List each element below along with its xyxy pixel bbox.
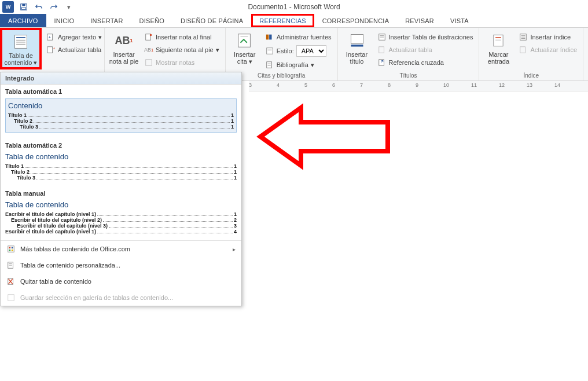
- qat-customize-icon[interactable]: ▾: [64, 2, 74, 12]
- ribbon-tabs: ARCHIVO INICIO INSERTAR DISEÑO DISEÑO DE…: [0, 14, 588, 28]
- toc-preview-line: Título 11: [8, 112, 234, 118]
- window-title: Documento1 - Microsoft Word: [248, 3, 340, 11]
- tab-page-layout[interactable]: DISEÑO DE PÁGINA: [172, 14, 251, 27]
- citations-group-label: Citas y bibliografía: [229, 71, 334, 80]
- svg-rect-42: [12, 250, 13, 251]
- toc-preview-line: Escribir el título del capítulo (nivel 1…: [5, 229, 237, 235]
- svg-rect-28: [378, 47, 384, 53]
- add-text-icon: +: [46, 32, 56, 42]
- tab-file[interactable]: ARCHIVO: [0, 14, 46, 27]
- insert-index-button[interactable]: Insertar índice: [516, 31, 579, 43]
- insert-citation-button[interactable]: Insertar cita ▾: [229, 29, 260, 65]
- update-tof-icon: [377, 45, 387, 54]
- tab-home[interactable]: INICIO: [46, 14, 83, 27]
- endnote-icon: [144, 32, 153, 42]
- gallery-item-manual[interactable]: Tabla de contenido Escribir el título de…: [5, 200, 237, 235]
- insert-caption-label: Insertar título: [346, 51, 368, 65]
- toc-preview-line: Título 11: [5, 163, 237, 169]
- gallery-auto1-name: Tabla automática 1: [1, 85, 241, 96]
- svg-rect-3: [15, 35, 27, 49]
- bibliography-icon: [265, 60, 274, 69]
- svg-text:+: +: [49, 35, 51, 39]
- tab-review[interactable]: REVISAR: [397, 14, 442, 27]
- gallery-item-auto2[interactable]: Tabla de contenido Título 11Título 21Tít…: [5, 152, 237, 181]
- update-tof-button[interactable]: Actualizar tabla: [375, 44, 476, 56]
- tab-view[interactable]: VISTA: [442, 14, 477, 27]
- save-gallery-icon: [6, 293, 16, 302]
- manage-sources-button[interactable]: Administrar fuentes: [263, 31, 334, 43]
- more-toc-label: Más tablas de contenido de Office.com: [20, 246, 130, 252]
- insert-index-icon: [519, 32, 528, 42]
- show-notes-label: Mostrar notas: [156, 59, 194, 66]
- custom-toc-button[interactable]: Tabla de contenido personalizada...: [1, 257, 241, 273]
- crossref-icon: [377, 58, 387, 67]
- svg-rect-39: [9, 247, 11, 249]
- insert-tof-button[interactable]: Insertar Tabla de ilustraciones: [375, 31, 476, 43]
- mark-entry-label: Marcar entrada: [488, 51, 509, 65]
- custom-toc-icon: [6, 261, 16, 270]
- bibliography-label: Bibliografía: [277, 61, 308, 68]
- gallery-header: Integrado: [1, 72, 241, 85]
- custom-toc-label: Tabla de contenido personalizada...: [20, 262, 120, 269]
- office-icon: [6, 244, 16, 254]
- save-toc-gallery-label: Guardar selección en galería de tablas d…: [20, 294, 173, 301]
- toc-preview-line: Escribir el título del capítulo (nivel 2…: [5, 217, 237, 223]
- save-icon[interactable]: [19, 2, 29, 12]
- update-tof-label: Actualizar tabla: [389, 46, 432, 53]
- svg-rect-23: [351, 35, 363, 44]
- toc-button[interactable]: Tabla de contenido ▾: [0, 28, 42, 69]
- mark-entry-button[interactable]: Marcar entrada: [483, 29, 514, 65]
- mark-entry-icon: [489, 31, 508, 50]
- ruler-tick: 12: [499, 82, 505, 88]
- svg-rect-10: [47, 47, 53, 53]
- group-citations: Insertar cita ▾ Administrar fuentes Esti…: [226, 28, 338, 80]
- toc-button-label: Tabla de contenido ▾: [5, 52, 38, 66]
- annotation-arrow: [255, 102, 394, 173]
- show-notes-icon: [144, 58, 153, 67]
- submenu-arrow-icon: ▸: [233, 246, 236, 252]
- bibliography-button[interactable]: Bibliografía ▾: [263, 59, 334, 71]
- gallery-manual-name: Tabla manual: [1, 186, 241, 198]
- insert-footnote-button[interactable]: AB1 Insertar nota al pie: [108, 29, 139, 65]
- cross-reference-button[interactable]: Referencia cruzada: [375, 57, 476, 68]
- svg-rect-41: [9, 250, 11, 251]
- svg-point-12: [150, 34, 152, 36]
- insert-endnote-button[interactable]: Insertar nota al final: [142, 31, 222, 43]
- more-toc-office-button[interactable]: Más tablas de contenido de Office.com ▸: [1, 241, 241, 257]
- ruler-tick: 5: [304, 82, 307, 88]
- svg-rect-2: [22, 8, 26, 10]
- show-notes-button[interactable]: Mostrar notas: [142, 57, 222, 68]
- add-text-button[interactable]: + Agregar texto ▾: [44, 31, 104, 43]
- ruler-tick: 8: [388, 82, 391, 88]
- tab-design[interactable]: DISEÑO: [131, 14, 172, 27]
- gallery-item-auto1[interactable]: Contenido Título 11Título 21Título 31: [5, 98, 237, 133]
- citation-style-select[interactable]: APA: [296, 45, 326, 57]
- remove-toc-button[interactable]: Quitar tabla de contenido: [1, 273, 241, 290]
- remove-toc-icon: [6, 277, 16, 286]
- toc-preview-line: Escribir el título del capítulo (nivel 3…: [5, 223, 237, 229]
- redo-icon[interactable]: [49, 2, 59, 12]
- update-toc-button[interactable]: Actualizar tabla: [44, 44, 104, 56]
- toc-preview-line: Escribir el título del capítulo (nivel 1…: [5, 211, 237, 217]
- insert-endnote-label: Insertar nota al final: [156, 34, 212, 41]
- auto2-title: Tabla de contenido: [5, 152, 237, 161]
- update-index-button[interactable]: Actualizar índice: [516, 44, 579, 56]
- tab-references[interactable]: REFERENCIAS: [251, 14, 314, 27]
- tab-mailings[interactable]: CORRESPONDENCIA: [314, 14, 397, 27]
- remove-toc-label: Quitar tabla de contenido: [20, 278, 91, 285]
- save-toc-gallery-button: Guardar selección en galería de tablas d…: [1, 290, 241, 306]
- toc-icon: [12, 32, 30, 51]
- svg-rect-16: [266, 35, 269, 40]
- captions-group-label: Títulos: [341, 71, 476, 80]
- next-footnote-button[interactable]: AB1 Siguiente nota al pie ▾: [142, 44, 222, 56]
- quick-access-toolbar: W ▾: [0, 1, 74, 13]
- undo-icon[interactable]: [34, 2, 44, 12]
- caption-icon: [348, 31, 366, 50]
- svg-rect-40: [12, 247, 13, 249]
- ruler-tick: 13: [527, 82, 532, 88]
- svg-rect-1: [22, 4, 25, 6]
- insert-caption-button[interactable]: Insertar título: [341, 29, 373, 65]
- tab-insert[interactable]: INSERTAR: [82, 14, 131, 27]
- group-index: Marcar entrada Insertar índice Actualiza…: [479, 28, 583, 80]
- svg-rect-30: [494, 35, 503, 46]
